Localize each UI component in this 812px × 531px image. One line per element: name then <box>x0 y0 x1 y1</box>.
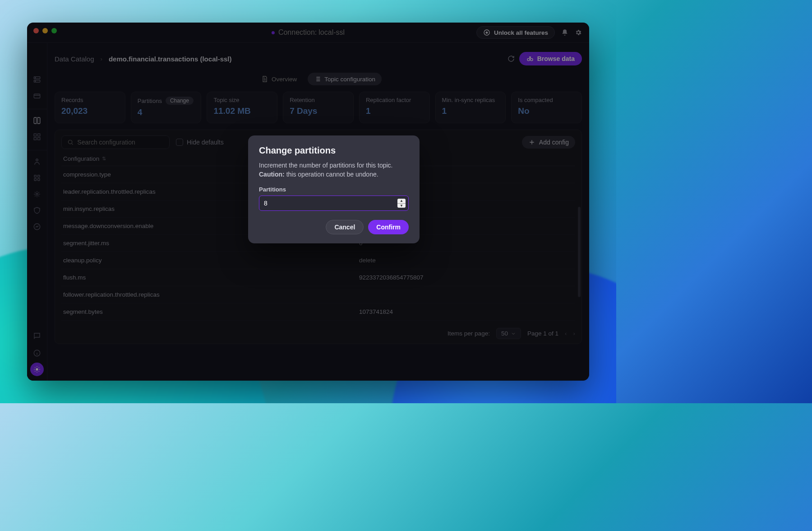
stepper-down-icon[interactable]: ▼ <box>397 204 406 208</box>
number-stepper[interactable]: ▲ ▼ <box>397 199 406 208</box>
change-partitions-modal: Change partitions Increment the number o… <box>248 135 420 243</box>
app-window: Connection: local-ssl Unlock all feature… <box>27 23 589 381</box>
modal-desc: Increment the number of partitions for t… <box>259 162 392 169</box>
modal-title: Change partitions <box>259 145 409 156</box>
partitions-input[interactable] <box>264 200 397 207</box>
partitions-field-label: Partitions <box>259 186 409 193</box>
modal-caution-text: this operation cannot be undone. <box>285 171 378 178</box>
partitions-input-wrap[interactable]: ▲ ▼ <box>259 196 409 211</box>
confirm-button[interactable]: Confirm <box>368 220 409 234</box>
cancel-button[interactable]: Cancel <box>326 220 364 234</box>
modal-caution-label: Caution: <box>259 171 285 178</box>
stepper-up-icon[interactable]: ▲ <box>397 199 406 204</box>
